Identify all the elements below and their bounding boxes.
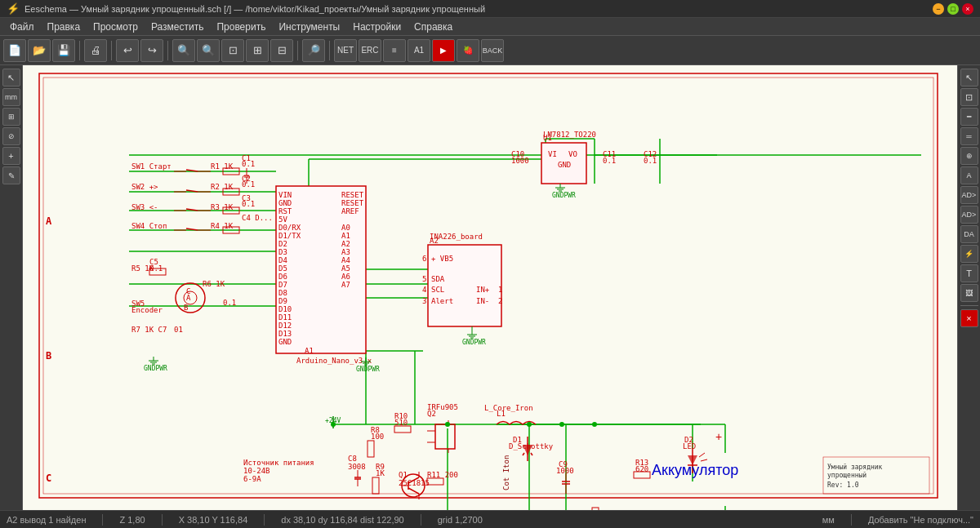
svg-text:A2: A2 [341, 240, 350, 248]
svg-text:A0: A0 [341, 224, 350, 232]
close-right-tool[interactable]: × [960, 309, 978, 327]
svg-text:D1/TX: D1/TX [278, 232, 301, 240]
wire-right-tool[interactable]: ━ [960, 108, 978, 126]
add-tool[interactable]: + [2, 147, 20, 165]
wire-tool[interactable]: ⊘ [2, 127, 20, 145]
zoom-out-button[interactable]: 🔍 [197, 39, 220, 62]
save-button[interactable]: 💾 [52, 39, 75, 62]
svg-text:0.1: 0.1 [149, 264, 163, 273]
select-tool[interactable]: ⊡ [960, 88, 978, 106]
menu-edit[interactable]: Правка [41, 20, 87, 34]
netlist-button[interactable]: NET [334, 39, 357, 62]
highlight-button[interactable]: 🍓 [457, 39, 479, 62]
svg-text:−: − [715, 508, 722, 510]
svg-text:AREF: AREF [341, 207, 359, 215]
toolbar: 📄 📂 💾 🖨 ↩ ↪ 🔍 🔍 ⊡ ⊞ ⊟ 🔎 NET ERC ≡ A1 ▶ 🍓… [0, 36, 980, 65]
add-power-tool[interactable]: ⚡ [960, 245, 978, 263]
toolbar-sep-3 [167, 41, 168, 60]
back-button[interactable]: BACK [481, 39, 504, 62]
close-button[interactable]: × [962, 3, 973, 15]
svg-text:R6 1K: R6 1K [203, 280, 225, 288]
menu-settings[interactable]: Настройки [346, 20, 408, 34]
svg-text:5V: 5V [278, 215, 287, 224]
menu-check[interactable]: Проверить [210, 20, 272, 34]
new-button[interactable]: 📄 [3, 39, 26, 62]
hier-label-tool[interactable]: AD> [960, 206, 978, 224]
toolbar-sep-4 [297, 41, 298, 60]
svg-text:0.1: 0.1 [603, 157, 616, 165]
fields-button[interactable]: ≡ [383, 39, 406, 62]
menu-file[interactable]: Файл [3, 20, 41, 34]
menu-place[interactable]: Разместить [145, 20, 211, 34]
svg-text:RST: RST [278, 207, 292, 215]
svg-text:0.1: 0.1 [644, 157, 657, 165]
svg-text:01: 01 [174, 326, 183, 334]
minimize-button[interactable]: − [933, 3, 944, 15]
svg-text:C: C [186, 287, 190, 295]
svg-text:LM7812_TO220: LM7812_TO220 [543, 131, 596, 139]
svg-text:4: 4 [422, 286, 426, 294]
find-button[interactable]: 🔎 [302, 39, 325, 62]
svg-text:R1 1K: R1 1K [211, 162, 234, 171]
run-button[interactable]: ▶ [432, 39, 455, 62]
svg-text:2: 2 [498, 297, 502, 305]
svg-text:GNDPWR: GNDPWR [552, 192, 576, 199]
svg-point-250 [592, 422, 597, 427]
right-sep [960, 305, 978, 306]
svg-text:SCL: SCL [431, 286, 444, 294]
svg-text:IN-: IN- [476, 297, 489, 305]
svg-text:6-9А: 6-9А [243, 475, 261, 483]
svg-text:SW3 <-: SW3 <- [131, 203, 158, 211]
svg-text:упрощенный: упрощенный [827, 472, 866, 479]
svg-text:SDA: SDA [431, 275, 445, 283]
svg-text:IRFu905: IRFu905 [427, 403, 458, 411]
svg-text:A7: A7 [341, 281, 350, 289]
grid-tool[interactable]: ⊞ [2, 108, 20, 126]
cursor-tool[interactable]: ↖ [2, 69, 20, 87]
zoom-area-button[interactable]: ⊞ [246, 39, 269, 62]
toolbar-sep-5 [329, 41, 330, 60]
svg-text:VI: VI [548, 150, 557, 158]
svg-text:IN+: IN+ [476, 286, 490, 294]
menu-view[interactable]: Просмотр [87, 20, 145, 34]
measure-tool[interactable]: mm [2, 88, 20, 106]
open-button[interactable]: 📂 [28, 39, 51, 62]
schematic-canvas[interactable]: A B C [23, 65, 957, 510]
svg-text:10-24В: 10-24В [243, 467, 270, 475]
erc-button[interactable]: ERC [359, 39, 381, 62]
annotate-button[interactable]: A1 [408, 39, 430, 62]
bus-tool[interactable]: ═ [960, 127, 978, 145]
svg-text:Encoder: Encoder [131, 306, 163, 314]
left-toolbar: ↖ mm ⊞ ⊘ + ✎ [0, 65, 23, 510]
cursor-right-tool[interactable]: ↖ [960, 69, 978, 87]
print-button[interactable]: 🖨 [84, 39, 107, 62]
redo-button[interactable]: ↪ [140, 39, 163, 62]
text-tool[interactable]: T [960, 264, 978, 282]
svg-text:D12: D12 [278, 322, 292, 330]
global-label-tool[interactable]: AD> [960, 186, 978, 204]
junction-tool[interactable]: ⊕ [960, 147, 978, 165]
maximize-button[interactable]: □ [947, 3, 959, 15]
toolbar-sep-1 [79, 41, 80, 60]
image-tool[interactable]: 🖼 [960, 284, 978, 302]
edit-tool[interactable]: ✎ [2, 166, 20, 184]
svg-text:C: C [46, 473, 51, 484]
undo-button[interactable]: ↩ [116, 39, 139, 62]
zoom-in-button[interactable]: 🔍 [172, 39, 195, 62]
menu-help[interactable]: Справка [408, 20, 459, 34]
status-sep-2 [162, 514, 163, 526]
zoom-fit-button[interactable]: ⊡ [221, 39, 244, 62]
zoom-selection-button[interactable]: ⊟ [270, 39, 293, 62]
label-tool[interactable]: A [960, 166, 978, 184]
svg-text:GNDPWR: GNDPWR [144, 365, 167, 372]
titlebar: ⚡ Eeschema — Умный зарядник упрощенный.s… [0, 0, 980, 18]
svg-text:1000: 1000 [556, 467, 574, 475]
svg-text:R4 1K: R4 1K [211, 222, 234, 230]
svg-text:A1: A1 [341, 232, 350, 240]
svg-text:Rev: 1.0: Rev: 1.0 [827, 481, 859, 489]
add-component-tool[interactable]: DA [960, 225, 978, 243]
menu-tools[interactable]: Инструменты [272, 20, 346, 34]
svg-text:Аккумулятор: Аккумулятор [652, 462, 738, 478]
svg-text:D0/RX: D0/RX [278, 224, 301, 232]
svg-text:D10: D10 [278, 305, 292, 313]
